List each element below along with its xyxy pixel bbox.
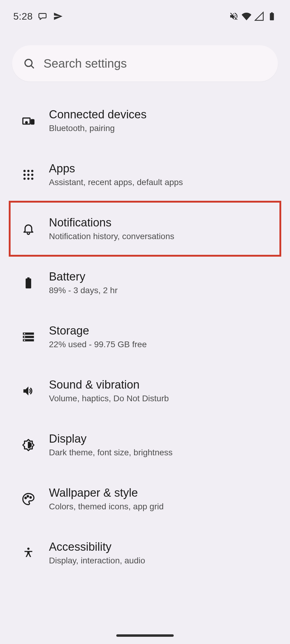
svg-point-23 <box>30 497 31 498</box>
svg-point-21 <box>25 497 26 498</box>
settings-item-title: Sound & vibration <box>49 378 169 391</box>
settings-item-subtitle: 89% - 3 days, 2 hr <box>49 286 118 295</box>
svg-line-1 <box>31 66 34 68</box>
speaker-icon <box>22 384 35 398</box>
svg-rect-17 <box>24 333 25 334</box>
settings-item-subtitle: Dark theme, font size, brightness <box>49 448 172 457</box>
accessibility-icon <box>22 546 35 560</box>
wifi-icon <box>242 11 251 21</box>
svg-point-13 <box>31 178 33 180</box>
settings-item-title: Apps <box>49 162 183 175</box>
settings-item-accessibility[interactable]: Accessibility Display, interaction, audi… <box>0 526 290 580</box>
settings-item-title: Accessibility <box>49 540 145 553</box>
settings-item-apps[interactable]: Apps Assistant, recent apps, default app… <box>0 148 290 202</box>
svg-point-24 <box>27 547 29 549</box>
svg-rect-3 <box>31 120 34 124</box>
svg-point-6 <box>27 170 29 172</box>
settings-item-connected-devices[interactable]: Connected devices Bluetooth, pairing <box>0 94 290 148</box>
apps-grid-icon <box>22 168 35 181</box>
svg-point-8 <box>24 174 26 176</box>
svg-point-7 <box>31 170 33 172</box>
settings-item-title: Display <box>49 432 172 445</box>
volume-off-icon <box>229 11 239 21</box>
settings-item-subtitle: Assistant, recent apps, default apps <box>49 178 183 187</box>
svg-point-10 <box>31 174 33 176</box>
brightness-icon <box>22 438 35 452</box>
settings-item-subtitle: Volume, haptics, Do Not Disturb <box>49 394 169 403</box>
status-bar: 5:28 <box>0 0 290 24</box>
settings-item-subtitle: Notification history, conversations <box>49 232 174 241</box>
send-icon <box>53 11 63 21</box>
svg-point-22 <box>27 495 29 497</box>
status-clock: 5:28 <box>13 11 33 22</box>
svg-rect-19 <box>24 340 25 341</box>
svg-point-9 <box>27 174 29 176</box>
settings-item-wallpaper[interactable]: Wallpaper & style Colors, themed icons, … <box>0 472 290 526</box>
signal-icon <box>254 11 264 21</box>
battery-icon <box>22 276 35 290</box>
palette-icon <box>22 492 35 506</box>
settings-item-title: Notifications <box>49 216 174 229</box>
settings-item-subtitle: 22% used - 99.75 GB free <box>49 340 147 349</box>
settings-item-title: Battery <box>49 270 118 283</box>
settings-item-title: Wallpaper & style <box>49 486 164 499</box>
settings-item-subtitle: Bluetooth, pairing <box>49 123 147 133</box>
svg-point-4 <box>26 121 27 123</box>
chat-icon <box>38 11 48 21</box>
nav-bar-indicator[interactable] <box>116 634 174 637</box>
svg-rect-18 <box>24 336 25 338</box>
svg-point-5 <box>24 170 26 172</box>
settings-item-battery[interactable]: Battery 89% - 3 days, 2 hr <box>0 256 290 310</box>
settings-item-title: Storage <box>49 324 147 337</box>
settings-item-title: Connected devices <box>49 108 147 121</box>
battery-icon <box>267 11 277 21</box>
settings-item-storage[interactable]: Storage 22% used - 99.75 GB free <box>0 310 290 364</box>
bell-icon <box>22 222 35 235</box>
settings-item-sound[interactable]: Sound & vibration Volume, haptics, Do No… <box>0 364 290 418</box>
storage-icon <box>22 330 35 344</box>
search-placeholder: Search settings <box>44 57 127 70</box>
settings-item-subtitle: Colors, themed icons, app grid <box>49 502 164 511</box>
svg-point-12 <box>27 178 29 180</box>
settings-item-notifications[interactable]: Notifications Notification history, conv… <box>10 202 280 256</box>
settings-list: Connected devices Bluetooth, pairing App… <box>0 82 290 644</box>
settings-item-subtitle: Display, interaction, audio <box>49 556 145 566</box>
devices-icon <box>22 114 35 127</box>
search-icon <box>23 57 35 69</box>
svg-point-11 <box>24 178 26 180</box>
settings-item-display[interactable]: Display Dark theme, font size, brightnes… <box>0 418 290 472</box>
search-settings[interactable]: Search settings <box>12 45 278 82</box>
